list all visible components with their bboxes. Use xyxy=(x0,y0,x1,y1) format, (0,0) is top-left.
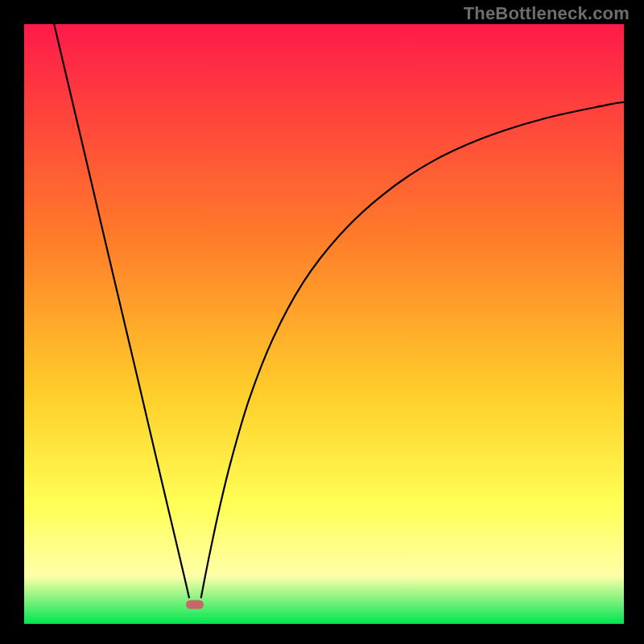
watermark-text: TheBottleneck.com xyxy=(464,3,630,24)
plot-area xyxy=(24,24,624,624)
gradient-background xyxy=(24,24,624,624)
chart-frame: TheBottleneck.com xyxy=(0,0,644,644)
plot-svg xyxy=(24,24,624,624)
min-marker xyxy=(186,601,204,609)
